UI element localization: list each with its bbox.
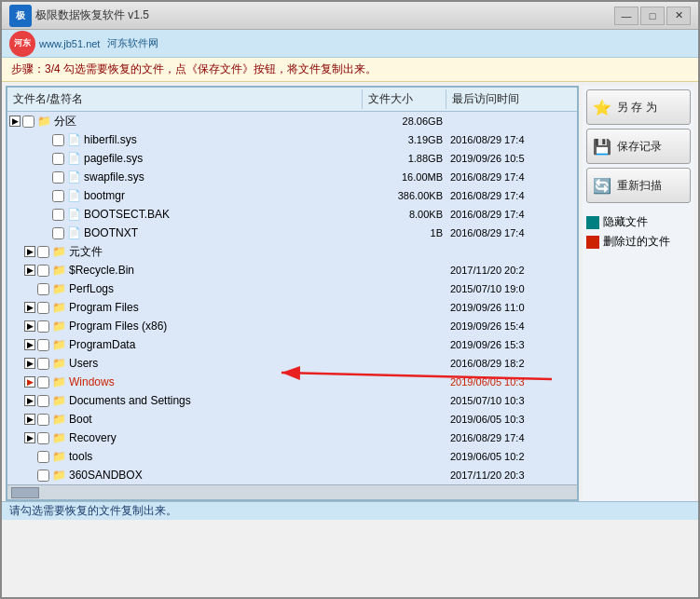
table-row[interactable]: ▶📁元文件 [7, 242, 577, 261]
file-checkbox[interactable] [37, 320, 49, 333]
expand-button[interactable]: ▶ [24, 246, 35, 257]
table-row[interactable]: ▶📁分区28.06GB [7, 112, 577, 130]
file-checkbox[interactable] [37, 246, 49, 258]
hidden-file-label: 隐藏文件 [603, 214, 648, 230]
file-date-cell [446, 251, 577, 252]
file-checkbox[interactable] [22, 116, 34, 128]
expand-button[interactable]: ▶ [24, 265, 35, 276]
table-row[interactable]: ▶📁$Recycle.Bin2017/11/20 20:2 [7, 261, 577, 279]
main-area: 文件名/盘符名 文件大小 最后访问时间 ▶📁分区28.06GB📄hiberfil… [2, 82, 698, 501]
app-logo: 极 [9, 5, 32, 27]
save-as-button[interactable]: ⭐ 另 存 为 [586, 89, 691, 125]
status-bar: 请勾选需要恢复的文件复制出来。 [2, 501, 698, 520]
file-name-text: BOOTSECT.BAK [84, 208, 170, 221]
table-row[interactable]: ▶📁Boot2019/06/05 10:3 [7, 410, 577, 429]
expand-button[interactable]: ▶ [24, 320, 35, 332]
file-checkbox[interactable] [37, 302, 49, 314]
file-size-cell: 3.19GB [363, 133, 446, 146]
file-checkbox[interactable] [52, 171, 64, 184]
save-record-button[interactable]: 💾 保存记录 [586, 129, 691, 164]
file-checkbox[interactable] [37, 414, 49, 426]
expand-button[interactable]: ▶ [24, 339, 35, 350]
file-checkbox[interactable] [37, 358, 49, 370]
file-size-cell [363, 325, 446, 327]
file-checkbox[interactable] [52, 190, 64, 202]
legend-hidden: 隐藏文件 [586, 214, 691, 230]
file-checkbox[interactable] [52, 227, 64, 239]
table-row[interactable]: 📄BOOTSECT.BAK8.00KB2016/08/29 17:4 [7, 205, 577, 224]
file-type-icon: 📄 [66, 170, 81, 184]
file-date-cell: 2019/09/26 15:3 [446, 338, 577, 351]
table-row[interactable]: 📁360SANDBOX2017/11/20 20:3 [7, 466, 577, 484]
minimize-button[interactable]: — [614, 7, 638, 25]
file-size-cell [363, 418, 446, 420]
file-checkbox[interactable] [37, 470, 49, 482]
table-row[interactable]: ▶📁Program Files2019/09/26 11:0 [7, 298, 577, 317]
table-row[interactable]: 📄hiberfil.sys3.19GB2016/08/29 17:4 [7, 130, 577, 149]
file-checkbox[interactable] [52, 134, 64, 146]
rescan-button[interactable]: 🔄 重新扫描 [586, 168, 691, 203]
site-label: 河东软件网 [107, 36, 158, 50]
file-checkbox[interactable] [37, 395, 49, 407]
file-name-text: 分区 [54, 114, 76, 129]
file-type-icon: 📁 [51, 468, 66, 483]
file-checkbox[interactable] [52, 153, 64, 165]
expand-button[interactable]: ▶ [24, 358, 35, 369]
file-name-text: Windows [69, 375, 115, 388]
file-name-cell: ▶📁$Recycle.Bin [7, 262, 363, 279]
file-type-icon: 📄 [66, 151, 81, 166]
file-list[interactable]: ▶📁分区28.06GB📄hiberfil.sys3.19GB2016/08/29… [7, 112, 577, 484]
table-row[interactable]: 📄swapfile.sys16.00MB2016/08/29 17:4 [7, 168, 577, 186]
file-name-cell: ▶📁Documents and Settings [7, 392, 363, 409]
table-row[interactable]: 📄bootmgr386.00KB2016/08/29 17:4 [7, 186, 577, 205]
file-checkbox[interactable] [52, 209, 64, 221]
file-name-text: $Recycle.Bin [69, 264, 134, 277]
file-checkbox[interactable] [37, 451, 49, 463]
file-type-icon: 📁 [51, 430, 66, 445]
file-name-cell: ▶📁ProgramData [7, 336, 363, 353]
expand-button[interactable]: ▶ [24, 414, 35, 425]
file-checkbox[interactable] [37, 339, 49, 351]
file-name-text: 元文件 [69, 244, 103, 260]
file-name-cell: 📄BOOTNXT [7, 225, 363, 241]
table-row[interactable]: ▶📁Recovery2016/08/29 17:4 [7, 429, 577, 447]
file-name-cell: 📁360SANDBOX [7, 467, 363, 483]
file-type-icon: 📄 [66, 132, 81, 147]
table-row[interactable]: 📁PerfLogs2015/07/10 19:0 [7, 279, 577, 298]
expand-button[interactable]: ▶ [24, 432, 35, 443]
expand-button[interactable]: ▶ [24, 302, 35, 313]
file-size-cell: 28.06GB [363, 115, 446, 128]
file-type-icon: 📁 [51, 337, 66, 352]
col-size: 文件大小 [363, 89, 446, 109]
table-row[interactable]: ▶📁Users2016/08/29 18:2 [7, 354, 577, 373]
expand-button[interactable]: ▶ [9, 116, 21, 127]
table-row[interactable]: ▶📁Windows2019/06/05 10:3 [7, 373, 577, 391]
horizontal-scrollbar[interactable] [7, 484, 577, 499]
close-button[interactable]: ✕ [666, 7, 691, 25]
file-date-cell [446, 120, 577, 122]
file-date-cell: 2015/07/10 10:3 [446, 394, 577, 407]
file-name-text: Program Files (x86) [69, 320, 167, 333]
expand-button[interactable]: ▶ [24, 395, 35, 406]
maximize-button[interactable]: □ [640, 7, 665, 25]
file-checkbox[interactable] [37, 283, 49, 295]
file-checkbox[interactable] [37, 265, 49, 277]
file-date-cell: 2017/11/20 20:3 [446, 469, 577, 482]
hidden-file-color [586, 216, 599, 229]
expand-button[interactable]: ▶ [24, 376, 35, 388]
table-row[interactable]: ▶📁Program Files (x86)2019/09/26 15:4 [7, 317, 577, 335]
file-checkbox[interactable] [37, 376, 49, 388]
title-bar: 极 极限数据恢复软件 v1.5 — □ ✕ [2, 2, 698, 30]
table-row[interactable]: 📄pagefile.sys1.88GB2019/09/26 10:5 [7, 149, 577, 168]
file-name-cell: ▶📁Recovery [7, 429, 363, 446]
file-type-icon: 📄 [66, 188, 81, 203]
file-size-cell [363, 400, 446, 402]
file-name-cell: ▶📁元文件 [7, 243, 363, 261]
table-row[interactable]: ▶📁ProgramData2019/09/26 15:3 [7, 335, 577, 354]
table-row[interactable]: 📁tools2019/06/05 10:2 [7, 447, 577, 466]
table-row[interactable]: ▶📁Documents and Settings2015/07/10 10:3 [7, 391, 577, 410]
table-row[interactable]: 📄BOOTNXT1B2016/08/29 17:4 [7, 224, 577, 242]
right-panel: ⭐ 另 存 为 💾 保存记录 🔄 重新扫描 隐藏文件 [583, 86, 694, 501]
file-type-icon: 📁 [51, 412, 66, 427]
file-checkbox[interactable] [37, 432, 49, 444]
